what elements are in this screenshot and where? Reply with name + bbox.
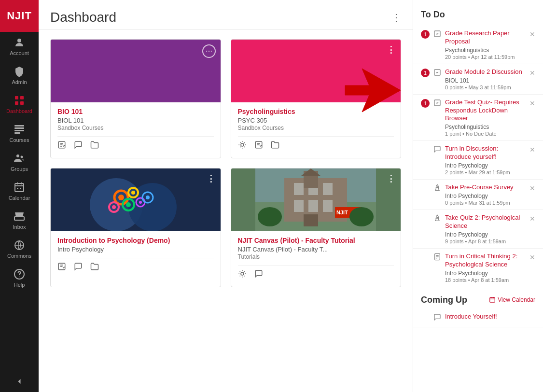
- header-menu-button[interactable]: ⋮: [391, 12, 401, 23]
- course-card-body-njit-canvas: NJIT Canvas (Pilot) - Faculty Tutorial N…: [231, 231, 401, 287]
- course-card-njit-canvas: NJIT ⋮ NJIT Canvas (Pilot) - Faculty Tut…: [231, 168, 402, 287]
- course-card-body-bio101: BIO 101 BIOL 101 Sandbox Courses: [51, 102, 221, 158]
- sidebar-item-admin[interactable]: Admin: [0, 61, 39, 90]
- course-category-psycholinguistics: Sandbox Courses: [238, 125, 394, 131]
- view-calendar-link[interactable]: View Calendar: [489, 296, 535, 303]
- todo-title-2[interactable]: Grade Module 2 Discussion: [445, 68, 526, 76]
- todo-header: To Do: [413, 0, 543, 26]
- todo-course-2: BIOL 101: [445, 77, 526, 84]
- cu-content-1: Introduce Yourself!: [445, 313, 535, 321]
- todo-close-7[interactable]: ✕: [529, 253, 535, 261]
- svg-rect-50: [294, 183, 304, 195]
- todo-close-3[interactable]: ✕: [529, 99, 535, 107]
- groups-icon: [14, 153, 25, 164]
- course-action-files-intro-psych[interactable]: [90, 262, 99, 273]
- svg-rect-8: [14, 132, 20, 134]
- course-action-files-psycholinguistics[interactable]: [271, 140, 279, 151]
- todo-title-6[interactable]: Take Quiz 2: Psychological Science: [445, 214, 526, 230]
- header: Dashboard ⋮: [39, 0, 413, 29]
- todo-course-5: Intro Psychology: [445, 193, 526, 199]
- sidebar-item-dashboard[interactable]: Dashboard: [0, 90, 39, 119]
- todo-close-2[interactable]: ✕: [529, 69, 535, 77]
- todo-item-5: Take Pre-Course Survey Intro Psychology …: [413, 180, 543, 210]
- view-calendar-text: View Calendar: [498, 296, 535, 303]
- njit-logo: NJIT: [0, 0, 39, 32]
- sidebar-item-commons[interactable]: Commons: [0, 235, 39, 264]
- todo-title-5[interactable]: Take Pre-Course Survey: [445, 183, 526, 192]
- course-name-psycholinguistics[interactable]: Psycholinguistics: [238, 108, 295, 115]
- cu-title-1[interactable]: Introduce Yourself!: [445, 313, 535, 321]
- course-action-assignments-intro-psych[interactable]: [57, 262, 66, 273]
- todo-content-4: Turn in Discussion: Introduce yourself! …: [445, 145, 526, 175]
- sidebar-item-courses[interactable]: Courses: [0, 119, 39, 148]
- course-card-menu-bio101[interactable]: ⋯: [202, 44, 216, 58]
- sidebar-collapse-btn[interactable]: [0, 371, 39, 392]
- todo-close-1[interactable]: ✕: [529, 30, 535, 38]
- sidebar-item-account[interactable]: Account: [0, 32, 39, 61]
- sidebar-item-label-inbox: Inbox: [13, 224, 26, 230]
- sidebar-item-help[interactable]: Help: [0, 264, 39, 293]
- dashboard-area: ⋯ BIO 101 BIOL 101 Sandbox Courses: [39, 29, 413, 392]
- todo-meta-5: 0 points • Mar 31 at 1:59pm: [445, 200, 526, 206]
- shield-icon: [14, 66, 25, 77]
- calendar-icon: [14, 182, 25, 193]
- course-actions-njit-canvas: [238, 265, 394, 280]
- dashboard-icon: [14, 95, 25, 106]
- svg-point-43: [146, 196, 150, 199]
- todo-close-6[interactable]: ✕: [529, 215, 535, 223]
- svg-point-63: [241, 272, 244, 275]
- todo-meta-7: 18 points • Apr 8 at 1:59am: [445, 277, 526, 283]
- todo-course-3: Psycholinguistics: [445, 124, 526, 130]
- todo-title-4[interactable]: Turn in Discussion: Introduce yourself!: [445, 145, 526, 161]
- course-card-menu-njit-canvas[interactable]: ⋮: [387, 173, 396, 184]
- main-content: Dashboard ⋮ ⋯ BIO 101 BIOL 101 Sandbox C…: [39, 0, 413, 392]
- todo-badge-1: 1: [421, 30, 430, 39]
- todo-content-3: Grade Test Quiz- Requires Respondus Lock…: [445, 98, 526, 137]
- course-action-files-bio101[interactable]: [90, 140, 99, 151]
- coming-up-section: Coming Up View Calendar: [413, 287, 543, 309]
- todo-title-3[interactable]: Grade Test Quiz- Requires Respondus Lock…: [445, 98, 526, 123]
- course-action-discussions-njit-canvas[interactable]: [254, 269, 263, 280]
- commons-icon: [14, 239, 25, 251]
- course-name-intro-psych[interactable]: Introduction to Psychology (Demo): [57, 237, 170, 244]
- course-card-menu-psycholinguistics[interactable]: ⋮: [387, 44, 396, 55]
- svg-rect-7: [14, 130, 24, 131]
- courses-grid: ⋯ BIO 101 BIOL 101 Sandbox Courses: [50, 39, 401, 287]
- svg-rect-2: [20, 96, 24, 99]
- svg-rect-11: [15, 183, 24, 192]
- svg-rect-3: [15, 101, 18, 105]
- course-actions-intro-psych: [57, 258, 214, 273]
- course-action-discussions-bio101[interactable]: [74, 140, 83, 151]
- course-action-announcements-psycholinguistics[interactable]: [238, 140, 247, 151]
- svg-point-0: [17, 39, 21, 42]
- svg-rect-17: [14, 217, 24, 220]
- sidebar-item-calendar[interactable]: Calendar: [0, 177, 39, 206]
- sidebar-item-inbox[interactable]: Inbox: [0, 206, 39, 235]
- course-code-intro-psych: Intro Psychology: [57, 246, 214, 253]
- todo-title-7[interactable]: Turn in Critical Thinking 2: Psychologic…: [445, 252, 526, 269]
- course-name-bio101[interactable]: BIO 101: [57, 108, 83, 115]
- course-actions-psycholinguistics: [238, 136, 394, 151]
- svg-point-39: [139, 201, 142, 204]
- todo-close-5[interactable]: ✕: [529, 184, 535, 192]
- sidebar-item-groups[interactable]: Groups: [0, 148, 39, 177]
- course-action-assignments-bio101[interactable]: [57, 140, 66, 151]
- course-action-discussions-intro-psych[interactable]: [74, 262, 83, 273]
- todo-course-7: Intro Psychology: [445, 270, 526, 277]
- grade-icon-1: [433, 30, 441, 40]
- person-icon: [14, 37, 25, 48]
- course-action-assignments-psycholinguistics[interactable]: [254, 140, 263, 151]
- sidebar: NJIT Account Admin Dashboard Courses Gro…: [0, 0, 39, 392]
- sidebar-item-label-courses: Courses: [10, 137, 29, 143]
- svg-point-33: [118, 195, 124, 200]
- inbox-icon: [14, 210, 25, 222]
- todo-title-1[interactable]: Grade Research Paper Proposal: [445, 29, 526, 46]
- rocket-icon-5: [433, 184, 441, 194]
- course-name-njit-canvas[interactable]: NJIT Canvas (Pilot) - Faculty Tutorial: [238, 237, 355, 244]
- todo-content-5: Take Pre-Course Survey Intro Psychology …: [445, 183, 526, 206]
- svg-text:NJIT: NJIT: [336, 210, 348, 215]
- course-card-menu-intro-psych[interactable]: ⋮: [207, 173, 216, 184]
- svg-point-61: [258, 207, 282, 226]
- course-action-announcements-njit-canvas[interactable]: [238, 269, 247, 280]
- todo-close-4[interactable]: ✕: [529, 146, 535, 154]
